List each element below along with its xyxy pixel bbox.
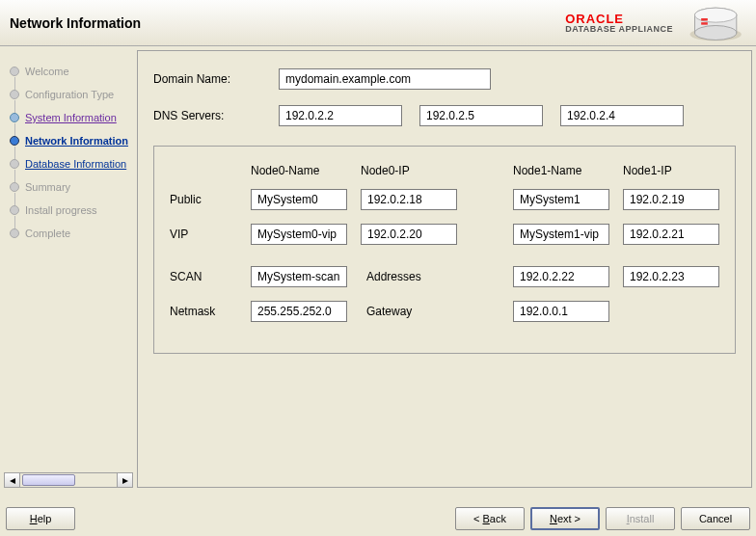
step-dot-icon	[10, 67, 19, 76]
nav-step-install-progress: Install progress	[4, 199, 133, 222]
help-button[interactable]: Help	[6, 507, 75, 530]
vip-row: VIP	[170, 224, 719, 245]
brand-oracle: ORACLE	[565, 13, 673, 25]
public-node1-ip[interactable]	[623, 189, 719, 210]
dns-label: DNS Servers:	[153, 109, 279, 122]
svg-point-4	[695, 8, 737, 22]
nav-step-database-info[interactable]: Database Information	[4, 152, 133, 175]
step-dot-icon	[10, 182, 19, 192]
page-title: Network Information	[10, 15, 141, 31]
nav-label: Complete	[25, 228, 70, 239]
scan-addr-2[interactable]	[623, 266, 719, 287]
col-node0-ip: Node0-IP	[361, 164, 457, 177]
back-button[interactable]: < Back	[455, 507, 525, 530]
nav-step-complete: Complete	[4, 222, 133, 245]
step-dot-icon	[10, 228, 19, 238]
dns-input-3[interactable]	[560, 105, 684, 126]
nav-label: Configuration Type	[25, 89, 114, 100]
svg-point-3	[695, 25, 737, 40]
netmask-input[interactable]	[251, 301, 347, 322]
public-node1-name[interactable]	[513, 189, 609, 210]
step-dot-icon	[10, 205, 19, 215]
col-node1-ip: Node1-IP	[623, 164, 719, 177]
install-button: Install	[606, 507, 675, 530]
svg-rect-6	[701, 22, 708, 25]
brand: ORACLE DATABASE APPLIANCE	[565, 4, 754, 42]
node-grid-panel: Node0-Name Node0-IP Node1-Name Node1-IP …	[153, 146, 736, 354]
step-dot-icon	[10, 159, 19, 169]
public-node0-ip[interactable]	[361, 189, 457, 210]
public-node0-name[interactable]	[251, 189, 347, 210]
scroll-track[interactable]	[20, 473, 117, 487]
scroll-left-icon[interactable]: ◂	[5, 473, 20, 487]
nav-label: Install progress	[25, 204, 97, 216]
nav-label[interactable]: System Information	[25, 112, 117, 123]
col-node1-name: Node1-Name	[513, 164, 609, 177]
public-row: Public	[170, 189, 719, 210]
main-panel: Domain Name: DNS Servers: Node0-Name Nod…	[137, 50, 752, 488]
scan-addr-1[interactable]	[513, 266, 609, 287]
step-dot-icon	[10, 90, 19, 99]
domain-label: Domain Name:	[153, 72, 279, 86]
nav-label[interactable]: Database Information	[25, 158, 126, 170]
nav-hscrollbar[interactable]: ◂ ▸	[4, 472, 133, 488]
netmask-row: Netmask Gateway	[170, 301, 719, 322]
gateway-input[interactable]	[513, 301, 609, 322]
col-node0-name: Node0-Name	[251, 164, 347, 177]
nav-step-system-info[interactable]: System Information	[4, 106, 133, 129]
scan-addresses-label: Addresses	[361, 270, 457, 283]
scan-label: SCAN	[170, 270, 237, 283]
nav-step-config-type: Configuration Type	[4, 83, 133, 106]
step-dot-icon	[10, 136, 19, 146]
gateway-label: Gateway	[361, 305, 457, 318]
vip-node0-ip[interactable]	[361, 224, 457, 245]
dns-input-2[interactable]	[419, 105, 543, 126]
vip-label: VIP	[170, 228, 237, 241]
nav-step-welcome: Welcome	[4, 60, 133, 83]
nav-label[interactable]: Network Information	[25, 135, 128, 147]
brand-subtitle: DATABASE APPLIANCE	[565, 25, 673, 34]
scroll-thumb[interactable]	[22, 474, 75, 486]
header: Network Information ORACLE DATABASE APPL…	[0, 0, 756, 46]
dns-input-1[interactable]	[279, 105, 402, 126]
nav-label: Summary	[25, 181, 70, 193]
vip-node0-name[interactable]	[251, 224, 347, 245]
step-dot-icon	[10, 113, 19, 122]
netmask-label: Netmask	[170, 305, 237, 318]
appliance-icon	[679, 4, 754, 42]
vip-node1-name[interactable]	[513, 224, 609, 245]
vip-node1-ip[interactable]	[623, 224, 719, 245]
nav-step-network-info[interactable]: Network Information	[4, 129, 133, 152]
domain-input[interactable]	[279, 68, 491, 90]
scan-row: SCAN Addresses	[170, 266, 719, 287]
nav-step-summary: Summary	[4, 175, 133, 199]
cancel-button[interactable]: Cancel	[681, 507, 750, 530]
svg-rect-5	[701, 18, 708, 21]
public-label: Public	[170, 193, 237, 206]
nav-label: Welcome	[25, 66, 69, 77]
wizard-nav: Welcome Configuration Type System Inform…	[4, 50, 133, 488]
footer: Help < Back Next > Install Cancel	[6, 507, 750, 530]
scroll-right-icon[interactable]: ▸	[117, 473, 132, 487]
scan-name[interactable]	[251, 266, 347, 287]
next-button[interactable]: Next >	[530, 507, 600, 530]
